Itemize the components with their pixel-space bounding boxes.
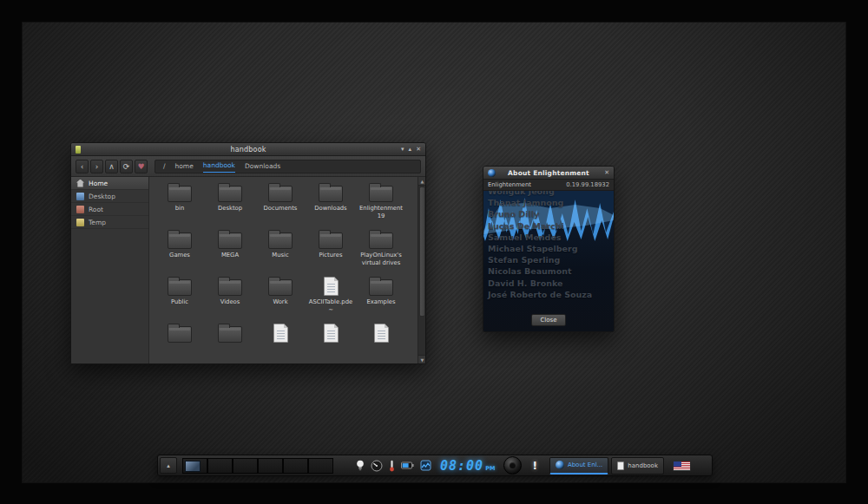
breadcrumb-item-handbook[interactable]: handbook bbox=[203, 160, 235, 173]
pager bbox=[182, 458, 333, 474]
grid-item-unlabeled[interactable] bbox=[306, 320, 356, 363]
favorites-icon[interactable]: ♥ bbox=[135, 160, 148, 173]
breadcrumb-item-home[interactable]: home bbox=[175, 160, 194, 173]
about-title: About Enlightenment bbox=[483, 169, 614, 177]
grid-item-enlightenment[interactable]: Enlightenment 19 bbox=[356, 180, 406, 226]
grid-item-unlabeled[interactable] bbox=[356, 320, 406, 363]
pager-desk-2[interactable] bbox=[207, 458, 233, 474]
sidebar-item-label: Root bbox=[89, 206, 103, 213]
close-button[interactable]: Close bbox=[531, 314, 565, 326]
about-titlebar[interactable]: About Enlightenment ✕ bbox=[483, 167, 614, 180]
folder-icon bbox=[319, 186, 343, 202]
grid-item-bin[interactable]: bin bbox=[155, 180, 205, 226]
sidebar-item-root[interactable]: Root bbox=[71, 203, 148, 216]
grid-item-mega[interactable]: MEGA bbox=[205, 226, 255, 273]
scroll-up-icon[interactable]: ▲ bbox=[418, 177, 425, 186]
pager-desk-1[interactable] bbox=[182, 458, 207, 474]
grid-item-documents[interactable]: Documents bbox=[255, 180, 306, 226]
taskbar-item-handbook[interactable]: handbook bbox=[611, 457, 664, 475]
grid-item-label: Examples bbox=[366, 298, 395, 306]
temperature-icon[interactable] bbox=[389, 460, 395, 472]
about-version-row: Enlightenment 0.19.99.18932 bbox=[483, 180, 614, 191]
breadcrumb-item-root[interactable]: / bbox=[163, 160, 166, 173]
credit-name: Lucas De Marchi bbox=[488, 220, 614, 232]
grid-item-asciitable-pde[interactable]: ASCIITable.pde ~ bbox=[306, 273, 356, 320]
forward-icon[interactable]: › bbox=[90, 160, 103, 173]
grid-item-unlabeled[interactable] bbox=[255, 320, 306, 363]
back-icon[interactable]: ‹ bbox=[76, 160, 89, 173]
grid-item-music[interactable]: Music bbox=[255, 226, 306, 273]
refresh-icon[interactable]: ⟳ bbox=[120, 160, 133, 173]
sidebar-item-temp[interactable]: Temp bbox=[71, 216, 148, 229]
clock-time: 08:00 bbox=[440, 458, 483, 474]
credit-name: Nicolas Beaumont bbox=[488, 265, 614, 277]
icon-box bbox=[273, 320, 288, 343]
grid-item-videos[interactable]: Videos bbox=[205, 273, 255, 320]
pager-desk-5[interactable] bbox=[283, 458, 308, 474]
pager-desk-3[interactable] bbox=[233, 458, 258, 474]
icon-box bbox=[369, 226, 393, 249]
credit-name: Michael Stapelberg bbox=[488, 243, 614, 254]
grid-item-desktop[interactable]: Desktop bbox=[205, 180, 255, 226]
cpufreq-icon[interactable] bbox=[371, 460, 383, 472]
sidebar-item-home[interactable]: Home bbox=[71, 177, 148, 190]
taskbar-item-about-enl[interactable]: About Enl... bbox=[549, 457, 608, 475]
grid-item-downloads[interactable]: Downloads bbox=[306, 180, 356, 226]
pager-desk-6[interactable] bbox=[308, 458, 333, 474]
up-icon[interactable]: ∧ bbox=[105, 160, 118, 173]
credit-name: Bruno Dilly bbox=[488, 208, 614, 219]
icon-box bbox=[268, 273, 293, 296]
shade-icon[interactable]: ▾ bbox=[401, 144, 404, 155]
fm-scrollbar[interactable]: ▲ ▼ bbox=[418, 177, 425, 363]
breadcrumb-item-downloads[interactable]: Downloads bbox=[245, 160, 280, 173]
folder-icon bbox=[369, 186, 393, 202]
window-app-icon bbox=[76, 146, 81, 154]
grid-item-unlabeled[interactable] bbox=[155, 320, 205, 363]
credit-name: Samuel Mendes bbox=[488, 232, 614, 243]
icon-box bbox=[168, 320, 192, 343]
folder-icon bbox=[168, 186, 192, 202]
clock-gadget[interactable]: 08:00 PM bbox=[440, 458, 495, 474]
alert-icon[interactable]: ! bbox=[532, 460, 536, 472]
grid-item-pictures[interactable]: Pictures bbox=[306, 226, 356, 273]
folder-icon bbox=[268, 232, 293, 249]
sidebar-item-desktop[interactable]: Desktop bbox=[71, 190, 148, 203]
keyboard-layout-us-flag-icon[interactable] bbox=[673, 461, 691, 471]
scrollbar-thumb[interactable] bbox=[419, 187, 425, 317]
icon-box bbox=[319, 226, 343, 249]
grid-item-label: Pictures bbox=[319, 252, 343, 259]
grid-item-label: Public bbox=[171, 298, 188, 306]
icon-box bbox=[218, 320, 242, 343]
grid-item-unlabeled[interactable] bbox=[205, 320, 255, 363]
grid-item-games[interactable]: Games bbox=[155, 226, 205, 273]
fm-icon-view[interactable]: binDesktopDocumentsDownloadsEnlightenmen… bbox=[149, 177, 425, 363]
cpumonitor-icon[interactable] bbox=[420, 460, 431, 471]
maximize-icon[interactable]: ▴ bbox=[409, 144, 412, 155]
backlight-icon[interactable] bbox=[356, 460, 365, 472]
grid-item-label: Desktop bbox=[218, 205, 242, 213]
grid-item-label: MEGA bbox=[221, 252, 239, 259]
grid-item-work[interactable]: Work bbox=[255, 273, 306, 320]
grid-item-label: Games bbox=[169, 252, 190, 259]
shelf-handle-icon[interactable]: ▴ bbox=[160, 457, 177, 474]
sidebar-item-label: Desktop bbox=[89, 193, 115, 200]
desktop[interactable]: handbook ▾ ▴ ✕ ‹ › ∧ ⟳ ♥ /homehandbookDo… bbox=[22, 22, 846, 483]
folder-icon bbox=[268, 279, 293, 296]
battery-icon[interactable] bbox=[401, 461, 414, 469]
grid-item-public[interactable]: Public bbox=[155, 273, 205, 320]
about-close-icon[interactable]: ✕ bbox=[604, 167, 609, 179]
mixer-knob[interactable] bbox=[503, 456, 522, 475]
credit-name: Wonguk Jeong bbox=[488, 191, 614, 197]
grid-item-label: Enlightenment 19 bbox=[359, 205, 403, 220]
fm-window-title: handbook bbox=[71, 146, 425, 154]
grid-item-playonlinux-s[interactable]: PlayOnLinux's virtual drives bbox=[356, 226, 406, 273]
folder-icon bbox=[369, 232, 393, 249]
grid-item-examples[interactable]: Examples bbox=[356, 273, 406, 320]
fm-titlebar[interactable]: handbook ▾ ▴ ✕ bbox=[71, 143, 425, 156]
desktop-icon bbox=[76, 193, 84, 200]
sidebar-item-label: Temp bbox=[89, 219, 106, 226]
icon-box bbox=[324, 320, 339, 343]
scroll-down-icon[interactable]: ▼ bbox=[418, 355, 425, 363]
pager-desk-4[interactable] bbox=[258, 458, 283, 474]
close-icon[interactable]: ✕ bbox=[416, 144, 421, 155]
